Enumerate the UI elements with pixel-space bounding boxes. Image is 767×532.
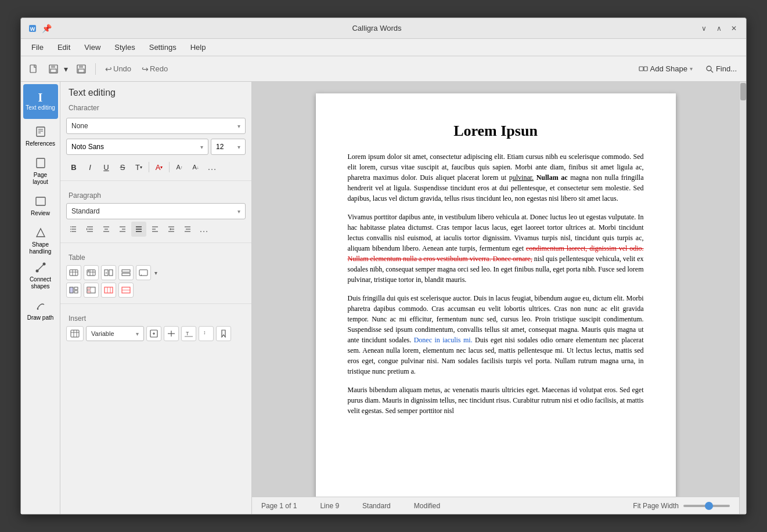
paragraph-more-button[interactable]: …	[196, 222, 211, 237]
font-dropdown[interactable]: Noto Sans ▾	[66, 139, 208, 155]
zoom-control[interactable]: Fit Page Width	[633, 502, 730, 510]
document-scroll[interactable]: Lorem Ipsun Lorem ipsum dolor sit amet, …	[252, 82, 739, 497]
svg-rect-9	[639, 67, 643, 71]
maximize-button[interactable]: ∧	[712, 22, 725, 35]
super-button[interactable]: A↑	[172, 160, 187, 175]
redo-button[interactable]: ↪ Redo	[138, 62, 171, 76]
strikethrough-button[interactable]: S	[115, 160, 130, 175]
divider-3	[60, 303, 251, 304]
style-value: None	[71, 122, 88, 130]
paragraph-style-select[interactable]: Standard ▾	[66, 203, 246, 219]
align-justify-button[interactable]	[131, 222, 146, 237]
svg-point-11	[707, 66, 711, 71]
table-merge-button[interactable]	[66, 283, 81, 298]
text-style-button[interactable]: T▾	[131, 160, 146, 175]
indent-increase-button[interactable]	[180, 222, 195, 237]
insert-footnote-button[interactable]: T	[181, 326, 196, 341]
sidebar-item-page-layout[interactable]: Page layout	[23, 154, 58, 189]
table-rows-button[interactable]	[118, 265, 134, 280]
toolbar-sep-1	[95, 63, 96, 75]
right-scrollbar[interactable]	[739, 82, 746, 514]
paragraph-1: Lorem ipsum dolor sit amet, consectetur …	[348, 151, 644, 204]
document-page[interactable]: Lorem Ipsun Lorem ipsum dolor sit amet, …	[316, 93, 676, 497]
indent-decrease-button[interactable]	[82, 222, 98, 237]
variable-dropdown[interactable]: Variable ▾	[86, 326, 144, 341]
sidebar-item-text-editing[interactable]: I Text editing	[23, 84, 58, 119]
canvas-area: Lorem Ipsun Lorem ipsum dolor sit amet, …	[252, 82, 739, 514]
table-delete-col-button[interactable]	[101, 283, 116, 298]
format-sep-2	[169, 162, 170, 172]
rtl-button[interactable]	[164, 222, 179, 237]
undo-button[interactable]: ↩ Undo	[102, 62, 135, 76]
table-split-button[interactable]	[84, 283, 99, 298]
draw-path-label: Draw path	[27, 314, 54, 321]
page-info: Page 1 of 1	[261, 502, 297, 510]
new-document-button[interactable]	[26, 61, 42, 77]
menu-styles[interactable]: Styles	[109, 41, 141, 54]
align-right-button[interactable]	[115, 222, 130, 237]
svg-text:↕: ↕	[203, 330, 206, 335]
add-shape-button[interactable]: Add Shape ▾	[634, 62, 697, 76]
italic-button[interactable]: I	[82, 160, 98, 175]
save-button[interactable]	[45, 61, 62, 77]
table-style-chevron[interactable]: ▾	[154, 270, 157, 276]
close-button[interactable]: ✕	[728, 22, 740, 35]
list-button[interactable]	[66, 222, 81, 237]
add-shape-chevron: ▾	[690, 66, 693, 72]
bold-button[interactable]: B	[66, 160, 81, 175]
table-properties-button[interactable]	[84, 265, 99, 280]
style-select[interactable]: None ▾	[66, 118, 246, 134]
svg-rect-72	[87, 287, 91, 289]
insert-bookmark-button[interactable]	[216, 326, 231, 341]
menu-settings[interactable]: Settings	[143, 41, 182, 54]
menu-file[interactable]: File	[26, 41, 49, 54]
sidebar-item-connect-shapes[interactable]: Connect shapes	[23, 258, 58, 293]
minimize-button[interactable]: ∨	[697, 22, 710, 35]
underline-button[interactable]: U	[99, 160, 114, 175]
style-dropdown[interactable]: None ▾	[66, 118, 246, 134]
alignment-row: …	[66, 222, 246, 237]
table-delete-row-button[interactable]	[118, 283, 134, 298]
text-color-button[interactable]: A▾	[152, 160, 167, 175]
insert-endnote-button[interactable]: ↕	[199, 326, 214, 341]
menu-help[interactable]: Help	[185, 41, 212, 54]
character-more-button[interactable]: …	[204, 160, 219, 175]
properties-panel: Text editing Character None ▾ Noto Sans …	[60, 82, 252, 514]
paragraph-style-dropdown[interactable]: Standard ▾	[66, 203, 246, 219]
sub-button[interactable]: A↓	[188, 160, 203, 175]
align-left-button[interactable]	[147, 222, 163, 237]
svg-rect-74	[105, 287, 113, 293]
menu-view[interactable]: View	[78, 41, 106, 54]
svg-rect-73	[87, 291, 91, 293]
app-icon: W	[27, 23, 38, 34]
svg-rect-7	[79, 65, 83, 68]
paragraph-style-chevron: ▾	[237, 208, 240, 215]
table-insert-button[interactable]	[66, 265, 81, 280]
zoom-slider[interactable]	[683, 505, 730, 507]
zoom-thumb[interactable]	[705, 502, 713, 510]
character-section-label: Character	[69, 104, 243, 112]
save-as-button[interactable]	[73, 61, 89, 77]
table-style-button[interactable]	[136, 265, 151, 280]
insert-frame-button[interactable]	[146, 326, 161, 341]
sidebar-item-review[interactable]: Review	[23, 189, 58, 223]
size-dropdown[interactable]: 12 ▾	[211, 139, 246, 155]
table-cols-button[interactable]: +	[101, 265, 116, 280]
line-info: Line 9	[320, 502, 339, 510]
document-body[interactable]: Lorem ipsum dolor sit amet, consectetur …	[348, 151, 644, 416]
sidebar-item-draw-path[interactable]: Draw path	[23, 293, 58, 328]
table-buttons-row1: + ▾	[66, 265, 246, 280]
pin-icon[interactable]: 📌	[42, 24, 52, 33]
menu-edit[interactable]: Edit	[52, 41, 76, 54]
find-button[interactable]: Find...	[701, 62, 741, 75]
save-dropdown[interactable]: ▾	[62, 61, 70, 77]
align-center-button[interactable]	[99, 222, 114, 237]
sidebar-item-references[interactable]: References	[23, 119, 58, 154]
svg-rect-18	[36, 197, 45, 205]
divider-2	[60, 243, 251, 243]
toolbar: ▾ ↩ Undo ↪ Redo Add Shape ▾ Find...	[21, 56, 746, 82]
sidebar-item-shape-handling[interactable]: Shape handling	[23, 223, 58, 258]
insert-table-button[interactable]	[66, 326, 84, 341]
variable-chevron: ▾	[136, 331, 139, 337]
insert-special-button[interactable]	[164, 326, 179, 341]
